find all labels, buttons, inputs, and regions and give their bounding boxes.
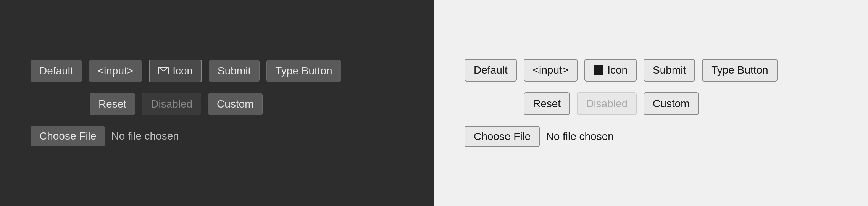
light-choose-file-button[interactable]: Choose File <box>465 126 540 147</box>
light-default-button[interactable]: Default <box>465 59 517 82</box>
dark-file-input-container: Choose File No file chosen <box>31 126 179 146</box>
light-disabled-button: Disabled <box>577 92 637 115</box>
dark-icon-button[interactable]: Icon <box>149 60 202 82</box>
dark-row-3: Choose File No file chosen <box>31 126 403 146</box>
light-row-3: Choose File No file chosen <box>465 126 837 147</box>
dark-icon-label: Icon <box>173 64 193 78</box>
light-panel: Default <input> Icon Submit Type Button … <box>434 0 868 206</box>
light-no-file-label: No file chosen <box>546 130 613 143</box>
light-icon-label: Icon <box>607 63 628 77</box>
dark-disabled-button: Disabled <box>142 93 201 115</box>
dark-panel: Default <input> Icon Submit Type Button … <box>0 0 434 206</box>
light-file-input-container: Choose File No file chosen <box>465 126 614 147</box>
dark-custom-button[interactable]: Custom <box>208 93 262 115</box>
dark-reset-button[interactable]: Reset <box>90 93 135 115</box>
dark-row-1: Default <input> Icon Submit Type Button <box>31 60 403 82</box>
dark-choose-file-button[interactable]: Choose File <box>31 126 105 146</box>
light-row-1: Default <input> Icon Submit Type Button <box>465 59 837 82</box>
dark-submit-button[interactable]: Submit <box>209 60 260 82</box>
light-square-icon <box>594 65 603 75</box>
light-custom-button[interactable]: Custom <box>644 92 699 115</box>
light-input-button[interactable]: <input> <box>524 59 578 82</box>
light-type-button[interactable]: Type Button <box>702 59 777 82</box>
dark-mail-icon <box>158 64 169 78</box>
dark-input-button[interactable]: <input> <box>89 60 142 82</box>
dark-row-2: Reset Disabled Custom <box>31 93 403 115</box>
light-submit-button[interactable]: Submit <box>644 59 695 82</box>
dark-type-button[interactable]: Type Button <box>266 60 341 82</box>
dark-no-file-label: No file chosen <box>111 130 179 142</box>
light-row-2: Reset Disabled Custom <box>465 92 837 115</box>
light-reset-button[interactable]: Reset <box>524 92 570 115</box>
light-icon-button[interactable]: Icon <box>584 59 637 82</box>
dark-default-button[interactable]: Default <box>31 60 82 82</box>
